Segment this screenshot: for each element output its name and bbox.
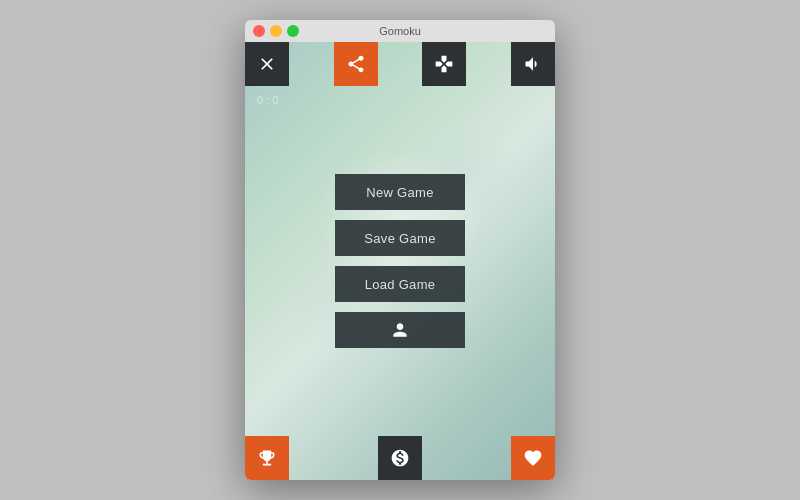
bottom-toolbar: [245, 436, 555, 480]
profile-button[interactable]: [335, 312, 465, 348]
load-game-button[interactable]: Load Game: [335, 266, 465, 302]
close-window-button[interactable]: [253, 25, 265, 37]
close-icon: [257, 54, 277, 74]
score-text: 0 : 0: [257, 94, 278, 106]
gamepad-icon: [434, 54, 454, 74]
coins-button[interactable]: [378, 436, 422, 480]
heart-button[interactable]: [511, 436, 555, 480]
top-toolbar: [245, 42, 555, 86]
profile-icon: [390, 320, 410, 340]
save-game-button[interactable]: Save Game: [335, 220, 465, 256]
heart-icon: [523, 448, 543, 468]
sound-button[interactable]: [511, 42, 555, 86]
game-area: 0 : 0 New Game Save Game Load Game: [245, 42, 555, 480]
maximize-window-button[interactable]: [287, 25, 299, 37]
gamepad-button[interactable]: [422, 42, 466, 86]
minimize-window-button[interactable]: [270, 25, 282, 37]
window-title: Gomoku: [379, 25, 421, 37]
share-button[interactable]: [334, 42, 378, 86]
window-controls: [253, 25, 299, 37]
app-window: Gomoku: [245, 20, 555, 480]
title-bar: Gomoku: [245, 20, 555, 42]
close-button[interactable]: [245, 42, 289, 86]
coins-icon: [390, 448, 410, 468]
menu-area: New Game Save Game Load Game: [335, 86, 465, 436]
share-icon: [346, 54, 366, 74]
trophy-icon: [257, 448, 277, 468]
sound-icon: [523, 54, 543, 74]
trophy-button[interactable]: [245, 436, 289, 480]
new-game-button[interactable]: New Game: [335, 174, 465, 210]
score-display: 0 : 0: [257, 94, 278, 106]
